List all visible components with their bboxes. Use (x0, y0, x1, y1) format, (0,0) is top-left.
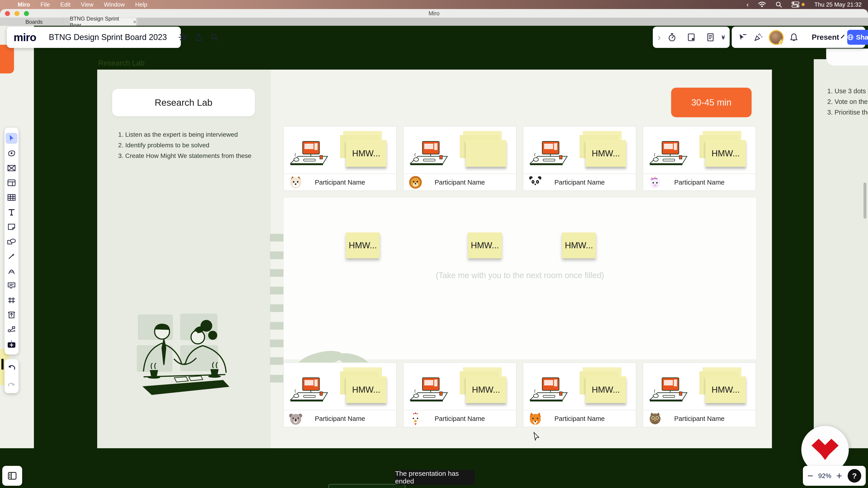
wifi-icon[interactable] (758, 2, 766, 7)
zoom-level[interactable]: 92% (818, 472, 831, 480)
spotlight-icon[interactable] (775, 1, 782, 8)
timer-badge[interactable]: 30-45 min (671, 88, 752, 117)
tab-boards[interactable]: Boards (5, 18, 63, 26)
layouts-tool[interactable] (6, 178, 17, 188)
desk-illustration (408, 135, 450, 171)
next-room-instructions[interactable]: Use 3 dots to Vote on the r Prioritise t… (826, 86, 868, 118)
instructions-list[interactable]: Listen as the expert is being interviewe… (115, 130, 265, 162)
pen-tool[interactable] (6, 266, 17, 276)
participant-name: Participant Name (523, 415, 636, 422)
share-button[interactable]: Share (847, 30, 868, 45)
frame-tool[interactable] (6, 295, 17, 305)
notifications-bell-icon[interactable] (789, 33, 798, 42)
present-button[interactable]: Present (812, 33, 839, 41)
sticky-note: HMW... (585, 377, 626, 403)
sticky-note: HMW... (705, 140, 746, 167)
cards-icon[interactable] (687, 33, 696, 42)
sticky-note[interactable]: HMW... (346, 232, 380, 258)
follow-cursor-icon[interactable] (738, 33, 747, 42)
timer-icon[interactable] (668, 33, 677, 42)
text-tool[interactable] (6, 207, 17, 217)
expand-chevron-icon[interactable]: › (657, 33, 660, 42)
upload-tool[interactable] (6, 310, 17, 320)
export-upload-icon[interactable] (194, 33, 203, 42)
frames-panel-toggle-button[interactable] (2, 466, 22, 486)
next-room-title-card[interactable] (826, 48, 868, 66)
menu-app[interactable]: Miro (18, 1, 30, 8)
board-header-panel: miro BTNG Design Sprint Board 2023 (7, 27, 181, 48)
participant-name-bar: Participant Name (643, 173, 756, 191)
control-center-icon[interactable] (792, 2, 805, 7)
menu-file[interactable]: File (40, 1, 50, 8)
sticky-stack[interactable]: HMW... (460, 367, 508, 407)
frame-title-label[interactable]: Research Lab (98, 59, 145, 67)
tab-bar: Boards BTNG Design Sprint Boar... × (0, 18, 868, 26)
undo-button[interactable] (6, 363, 17, 373)
more-tools[interactable] (6, 339, 17, 349)
sticky-note-tool[interactable] (6, 222, 17, 232)
participant-card[interactable]: HMW... Participant Name (403, 362, 517, 427)
participant-card[interactable]: HMW... Participant Name (643, 362, 756, 427)
user-avatar[interactable] (769, 30, 783, 44)
sticky-stack[interactable]: HMW... (340, 131, 389, 170)
sticky-stack[interactable]: HMW... (700, 131, 748, 170)
search-icon[interactable] (210, 33, 219, 42)
reactions-party-icon[interactable] (754, 33, 763, 42)
sticky-stack[interactable]: HMW... (700, 367, 748, 407)
sticky-stack[interactable]: HMW... (580, 367, 628, 407)
collapse-double-chevron-icon[interactable]: ˅˅ (721, 35, 725, 40)
comment-tool[interactable] (6, 281, 17, 291)
menu-view[interactable]: View (81, 1, 94, 8)
participant-name-bar: Participant Name (523, 410, 636, 427)
participant-name-bar: Participant Name (284, 173, 396, 191)
sticky-note[interactable]: HMW... (562, 232, 596, 258)
table-tool[interactable] (6, 193, 17, 202)
notes-icon[interactable] (706, 33, 715, 42)
globe-icon (847, 34, 854, 41)
participant-card[interactable]: HMW... Participant Name (283, 126, 397, 191)
tab-close-icon[interactable]: × (133, 19, 136, 25)
desk-illustration (289, 135, 331, 171)
mindmap-tool[interactable] (6, 325, 17, 335)
participant-card[interactable]: HMW... Participant Name (523, 126, 636, 191)
templates-tool[interactable] (6, 149, 17, 158)
present-dropdown-chevron-icon[interactable] (841, 35, 845, 39)
board-title[interactable]: BTNG Design Sprint Board 2023 (49, 33, 167, 42)
menu-window[interactable]: Window (104, 1, 125, 8)
panel-hint-text: (Take me with you to the next room once … (333, 271, 706, 280)
tab-board-active[interactable]: BTNG Design Sprint Boar... × (70, 18, 136, 26)
arrow-tool[interactable] (6, 251, 17, 261)
research-lab-frame[interactable]: Research Lab Listen as the expert is bei… (97, 70, 772, 448)
back-chevron-icon[interactable]: ‹ (746, 1, 749, 8)
participant-name-bar: Participant Name (403, 410, 516, 427)
settings-gear-icon[interactable] (178, 33, 187, 42)
sticky-stack[interactable]: HMW... (340, 367, 389, 407)
kits-tool[interactable] (6, 163, 17, 173)
participant-card[interactable]: Participant Name (403, 126, 517, 191)
help-button[interactable]: ? (848, 469, 861, 483)
sticky-note: HMW... (466, 377, 506, 403)
zoom-controls: − 92% + ? (803, 466, 866, 486)
menu-edit[interactable]: Edit (60, 1, 70, 8)
sticky-note (466, 140, 506, 167)
sticky-stack[interactable]: HMW... (580, 131, 628, 170)
miro-logo[interactable]: miro (13, 31, 36, 43)
menu-help[interactable]: Help (135, 1, 147, 8)
vertical-scrollbar[interactable] (864, 183, 866, 219)
room-title-card[interactable]: Research Lab (112, 89, 255, 116)
participant-card[interactable]: HMW... Participant Name (283, 362, 397, 427)
redo-button[interactable] (6, 380, 17, 390)
macos-menubar: Miro File Edit View Window Help ‹ Thu 25… (0, 0, 868, 9)
zoom-in-button[interactable]: + (836, 470, 842, 482)
sticky-note[interactable]: HMW... (468, 232, 502, 258)
participant-card[interactable]: HMW... Participant Name (643, 126, 756, 191)
participant-name: Participant Name (643, 178, 756, 186)
sticky-stack[interactable] (460, 131, 508, 170)
select-tool[interactable] (6, 133, 18, 144)
zoom-out-button[interactable]: − (807, 470, 813, 482)
shape-tool[interactable] (6, 236, 17, 247)
desk-illustration (528, 371, 570, 407)
participant-card[interactable]: HMW... Participant Name (523, 362, 636, 427)
presentation-bar-peek (328, 484, 405, 488)
orange-sticky-partial[interactable] (0, 45, 14, 73)
